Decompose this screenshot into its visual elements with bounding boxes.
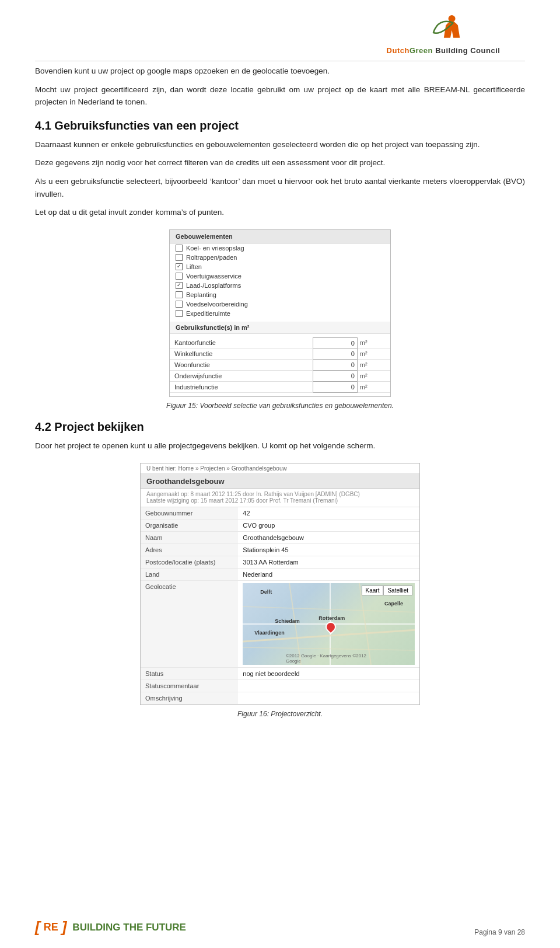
function-value[interactable]: 0 — [313, 382, 358, 393]
section-4-2-title: 4.2 Project bekijken — [35, 420, 525, 434]
project-field-label: Land — [141, 568, 238, 580]
checkbox-item: Voedselvoorbereiding — [170, 299, 390, 309]
project-breadcrumb: U bent hier: Home » Projecten » Groothan… — [141, 463, 419, 474]
figure-16-container: U bent hier: Home » Projecten » Groothan… — [35, 463, 525, 718]
function-unit: m² — [357, 371, 390, 382]
function-row: Industriefunctie 0 m² — [170, 382, 390, 393]
svg-line-7 — [243, 647, 415, 650]
google-logo: ©2012 Google · Kaartgegevens ©2012 Googl… — [286, 653, 372, 664]
project-details-table: Gebouwnummer 42Organisatie CVO groupNaam… — [141, 507, 419, 705]
function-unit: m² — [357, 382, 390, 393]
checkbox-label: Expeditieruimte — [186, 310, 230, 317]
checkbox-box[interactable] — [176, 291, 183, 298]
project-field-row: Omschrijving — [141, 692, 419, 704]
project-field-value: 3013 AA Rotterdam — [238, 556, 419, 568]
footer-logo: [ RE ] BUILDING THE FUTURE — [35, 918, 186, 936]
project-field-label: Postcode/locatie (plaats) — [141, 556, 238, 568]
footer-bracket-close: ] — [62, 918, 67, 936]
checkboxes-list: Koel- en vriesopslagRoltrappen/padenLift… — [170, 243, 390, 318]
project-field-row: Status nog niet beoordeeld — [141, 667, 419, 679]
project-field-row: Statuscommentaar — [141, 679, 419, 692]
project-field-label: Organisatie — [141, 519, 238, 531]
checkbox-box[interactable] — [176, 282, 183, 289]
project-field-label: Naam — [141, 531, 238, 543]
checkbox-box[interactable] — [176, 310, 183, 317]
map-marker — [326, 622, 334, 632]
project-field-row: Adres Stationsplein 45 — [141, 543, 419, 556]
function-unit: m² — [357, 348, 390, 360]
function-value[interactable]: 0 — [313, 337, 358, 348]
function-value[interactable]: 0 — [313, 360, 358, 371]
function-name: Winkelfunctie — [170, 348, 313, 360]
map-buttons: Kaart Satelliet — [362, 585, 412, 595]
footer-page-info: Pagina 9 van 28 — [474, 928, 525, 936]
project-field-value: CVO group — [238, 519, 419, 531]
figure-15-caption: Figuur 15: Voorbeeld selectie van gebrui… — [166, 402, 394, 410]
project-field-value: nog niet beoordeeld — [238, 667, 419, 679]
function-row: Kantoorfunctie 0 m² — [170, 337, 390, 348]
project-field-row: Geolocatie Delft — [141, 580, 419, 667]
map-label-delft: Delft — [260, 589, 272, 595]
checkbox-box[interactable] — [176, 273, 183, 280]
functions-table: Kantoorfunctie 0 m²Winkelfunctie 0 m²Woo… — [170, 337, 390, 393]
figure-15-container: Gebouwelementen Koel- en vriesopslagRolt… — [35, 229, 525, 410]
checkbox-item: Expeditieruimte — [170, 309, 390, 318]
paragraph-3: Daarnaast kunnen er enkele gebruiksfunct… — [35, 138, 525, 151]
checkbox-item: Koel- en vriesopslag — [170, 243, 390, 253]
function-name: Onderwijsfunctie — [170, 371, 313, 382]
project-field-value: Nederland — [238, 568, 419, 580]
map-placeholder: Delft Rotterdam Capelle Gouda Vlaardinge… — [243, 583, 415, 665]
checkbox-label: Beplanting — [186, 291, 216, 298]
project-field-label: Gebouwnummer — [141, 507, 238, 520]
project-title: Groothandelsgebouw — [141, 474, 419, 489]
project-field-row: Land Nederland — [141, 568, 419, 580]
functions-section-title: Gebruiksfunctie(s) in m² — [170, 322, 390, 334]
function-row: Onderwijsfunctie 0 m² — [170, 371, 390, 382]
checkbox-label: Liften — [186, 263, 202, 270]
checkbox-item: Roltrappen/paden — [170, 253, 390, 262]
section-4-1-title: 4.1 Gebruiksfuncties van een project — [35, 119, 525, 133]
footer-bracket-open: [ — [35, 918, 40, 936]
project-field-value — [238, 679, 419, 692]
function-unit: m² — [357, 337, 390, 348]
checkbox-box[interactable] — [176, 254, 183, 261]
checkbox-item: Laad-/Losplatforms — [170, 281, 390, 290]
project-field-row: Postcode/locatie (plaats) 3013 AA Rotter… — [141, 556, 419, 568]
svg-line-6 — [243, 607, 415, 612]
checkbox-box[interactable] — [176, 263, 183, 270]
paragraph-6: Let op dat u dit getal invult zonder kom… — [35, 206, 525, 219]
project-field-row: Gebouwnummer 42 — [141, 507, 419, 520]
checkbox-box[interactable] — [176, 301, 183, 308]
project-box: U bent hier: Home » Projecten » Groothan… — [140, 463, 420, 705]
project-field-row: Organisatie CVO group — [141, 519, 419, 531]
project-field-label: Adres — [141, 543, 238, 556]
map-satelliet-button[interactable]: Satelliet — [383, 585, 412, 595]
logo-area: DutchGreen Building Council — [362, 12, 525, 55]
checkbox-label: Voedselvoorbereiding — [186, 301, 248, 308]
function-value[interactable]: 0 — [313, 348, 358, 360]
project-field-value — [238, 692, 419, 704]
page-header: DutchGreen Building Council — [35, 12, 525, 55]
project-field-value: Groothandelsgebouw — [238, 531, 419, 543]
project-field-value: 42 — [238, 507, 419, 520]
paragraph-1: Bovendien kunt u uw project op google ma… — [35, 65, 525, 78]
map-kaart-button[interactable]: Kaart — [362, 585, 384, 595]
function-row: Woonfunctie 0 m² — [170, 360, 390, 371]
checkbox-item: Voertuigwasservice — [170, 271, 390, 281]
footer-building-text: BUILDING THE FUTURE — [72, 922, 186, 933]
project-field-value-map: Delft Rotterdam Capelle Gouda Vlaardinge… — [238, 580, 419, 667]
paragraph-2: Mocht uw project gecertificeerd zijn, da… — [35, 83, 525, 109]
figure-16-caption: Figuur 16: Projectoverzicht. — [237, 710, 323, 718]
paragraph-5: Als u een gebruiksfunctie selecteert, bi… — [35, 175, 525, 200]
map-inner: Delft Rotterdam Capelle Gouda Vlaardinge… — [243, 583, 415, 665]
checkbox-label: Koel- en vriesopslag — [186, 245, 244, 252]
checkbox-label: Laad-/Losplatforms — [186, 282, 241, 289]
figure-15-box: Gebouwelementen Koel- en vriesopslagRolt… — [169, 229, 391, 398]
checkbox-box[interactable] — [176, 245, 183, 252]
project-field-label: Omschrijving — [141, 692, 238, 704]
logo-text: DutchGreen Building Council — [387, 46, 501, 55]
function-name: Woonfunctie — [170, 360, 313, 371]
checkbox-label: Voertuigwasservice — [186, 273, 242, 280]
page-footer: [ RE ] BUILDING THE FUTURE Pagina 9 van … — [35, 918, 525, 936]
function-value[interactable]: 0 — [313, 371, 358, 382]
